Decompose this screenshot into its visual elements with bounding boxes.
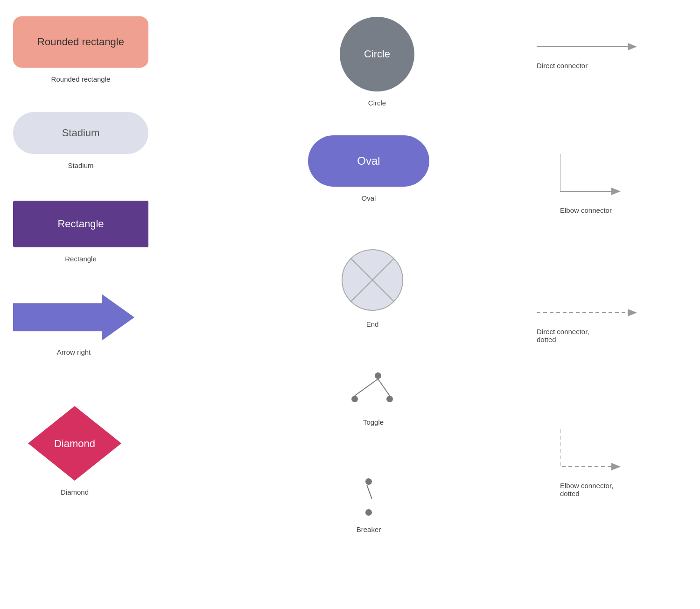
end-item: End [340, 247, 405, 328]
svg-marker-18 [628, 309, 637, 316]
breaker-label: Breaker [357, 525, 381, 533]
elbow-connector-label: Elbow connector [560, 206, 612, 214]
rounded-rectangle-text: Rounded rectangle [37, 36, 124, 48]
end-label: End [366, 320, 379, 328]
svg-marker-16 [611, 188, 621, 195]
direct-dotted-connector-label: Direct connector, dotted [537, 328, 589, 343]
svg-marker-15 [628, 43, 637, 50]
svg-point-8 [386, 396, 393, 402]
toggle-item: Toggle [345, 369, 401, 426]
arrow-right-shape[interactable] [13, 294, 134, 341]
stadium-text: Stadium [62, 127, 100, 139]
svg-line-12 [367, 485, 372, 499]
elbow-connector-shape [560, 154, 621, 201]
oval-shape[interactable]: Oval [308, 135, 429, 187]
stadium-item: Stadium Stadium [13, 112, 148, 169]
canvas: Rounded rectangle Rounded rectangle Stad… [0, 0, 700, 609]
circle-shape[interactable]: Circle [340, 17, 414, 91]
direct-connector-shape [537, 37, 639, 56]
toggle-shape[interactable] [345, 369, 401, 411]
toggle-label: Toggle [363, 418, 384, 426]
breaker-item: Breaker [355, 476, 383, 533]
circle-item: Circle Circle [340, 17, 414, 107]
rectangle-shape[interactable]: Rectangle [13, 201, 148, 247]
end-shape[interactable] [340, 247, 405, 313]
rounded-rectangle-label: Rounded rectangle [51, 75, 111, 83]
stadium-shape[interactable]: Stadium [13, 112, 148, 154]
elbow-dotted-connector-shape [560, 429, 621, 476]
elbow-dotted-connector-item: Elbow connector, dotted [560, 429, 621, 497]
arrow-right-label: Arrow right [57, 348, 91, 356]
rectangle-text: Rectangle [57, 218, 104, 230]
svg-point-11 [365, 478, 372, 485]
svg-point-6 [375, 372, 381, 379]
arrow-right-item: Arrow right [13, 294, 134, 356]
direct-dotted-connector-shape [537, 303, 639, 322]
breaker-shape[interactable] [355, 476, 383, 518]
circle-text: Circle [364, 48, 390, 60]
oval-label: Oval [362, 194, 376, 202]
svg-point-13 [365, 509, 372, 516]
stadium-label: Stadium [68, 161, 93, 169]
svg-line-10 [378, 379, 390, 396]
rectangle-item: Rectangle Rectangle [13, 201, 148, 263]
rectangle-label: Rectangle [65, 255, 97, 263]
elbow-connector-item: Elbow connector [560, 154, 621, 214]
oval-text: Oval [357, 154, 380, 168]
diamond-item: Diamond Diamond [28, 406, 121, 496]
direct-connector-label: Direct connector [537, 62, 588, 70]
oval-item: Oval Oval [308, 135, 429, 202]
direct-connector-item: Direct connector [537, 37, 639, 70]
rounded-rectangle-shape[interactable]: Rounded rectangle [13, 16, 148, 68]
diamond-label: Diamond [61, 488, 89, 496]
diamond-shape[interactable]: Diamond [28, 406, 121, 481]
rounded-rectangle-item: Rounded rectangle Rounded rectangle [13, 16, 148, 83]
svg-marker-19 [611, 463, 621, 470]
svg-text:Diamond: Diamond [54, 438, 95, 449]
svg-marker-0 [13, 294, 134, 341]
elbow-dotted-connector-label: Elbow connector, dotted [560, 482, 613, 497]
direct-dotted-connector-item: Direct connector, dotted [537, 303, 639, 343]
svg-point-7 [351, 396, 358, 402]
svg-line-9 [355, 379, 378, 396]
circle-label: Circle [368, 99, 386, 107]
